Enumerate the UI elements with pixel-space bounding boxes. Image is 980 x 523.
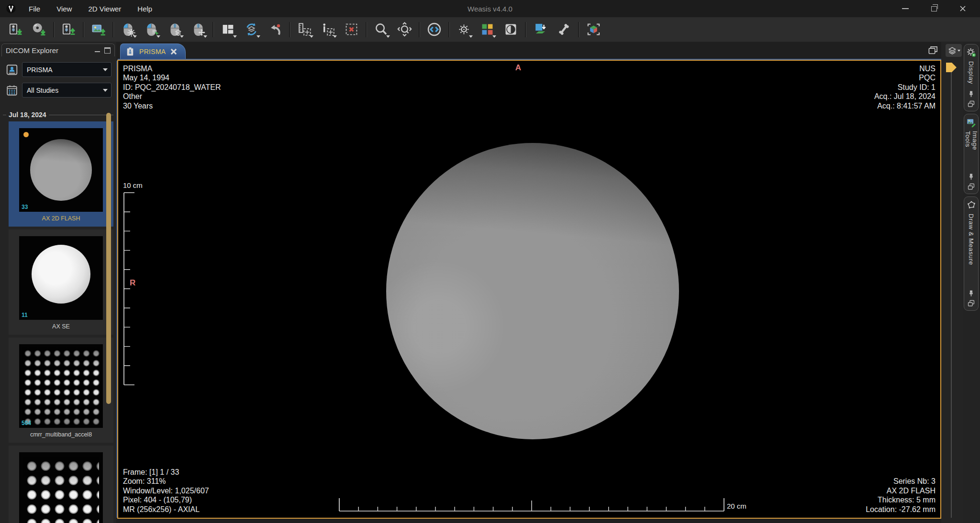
measurement-tools-button[interactable] — [294, 20, 315, 40]
tool-tab-display[interactable]: Display — [964, 44, 979, 111]
float-window-icon[interactable] — [967, 183, 975, 191]
panel-maximize-icon[interactable] — [104, 47, 111, 54]
tab-prisma[interactable]: PRISMA — [120, 44, 186, 59]
horizontal-scale-ruler — [338, 496, 725, 512]
mouse-left-window-level-button[interactable] — [117, 20, 138, 40]
mouse-left-context-menu-icon — [144, 22, 159, 37]
window-level-presets-button[interactable] — [453, 20, 474, 40]
overlay-line: Window/Level: 1,025/607 — [123, 486, 209, 495]
tab-close-icon[interactable] — [170, 48, 178, 55]
tool-tab-image-tools[interactable]: Image Tools — [964, 114, 979, 194]
orientation-marker-anterior: A — [515, 63, 521, 73]
restore-button[interactable] — [930, 5, 938, 12]
dicom-explorer-panel: DICOM Explorer PRISMA — [0, 42, 116, 523]
chevron-down-icon — [133, 35, 137, 38]
overlay-layers-button[interactable] — [946, 44, 962, 57]
right-tool-strip: DisplayImage ToolsDraw & Measure — [963, 42, 980, 523]
cd-import-button[interactable] — [28, 20, 49, 40]
toolbar-separator — [525, 22, 526, 37]
synchronize-button[interactable] — [241, 20, 262, 40]
annotation-tools-icon — [321, 22, 335, 37]
series-thumbnail[interactable]: 33AX 2D FLASH — [9, 121, 113, 227]
mouse-middle-pan-button[interactable] — [188, 20, 209, 40]
chevron-down-icon — [203, 35, 207, 38]
study-select[interactable]: All Studies — [22, 83, 111, 98]
series-image-count: 504 — [22, 420, 31, 426]
menu-2d-viewer[interactable]: 2D Viewer — [87, 4, 122, 14]
zoom-tools-button[interactable] — [370, 20, 391, 40]
chevron-down-icon — [233, 35, 237, 38]
title-bar: FileView2D ViewerHelp Weasis v4.4.0 — [0, 0, 980, 17]
panel-minimize-icon[interactable] — [95, 51, 100, 52]
vertical-scale-label: 10 cm — [123, 181, 143, 189]
mouse-middle-series-scroll-button[interactable] — [164, 20, 185, 40]
pin-icon[interactable] — [967, 173, 975, 181]
synchronize-icon — [244, 22, 259, 37]
tile-mode-button[interactable] — [926, 44, 939, 56]
series-label: cmrr_multiband_accel8 — [9, 431, 113, 438]
overlay-line: Series Nb: 3 — [866, 477, 935, 486]
draw-measure-icon — [966, 200, 977, 210]
bone-removal-button[interactable] — [553, 20, 574, 40]
horizontal-scale-label: 20 cm — [727, 502, 746, 510]
reset-button[interactable] — [264, 20, 285, 40]
crosshair-mode-icon — [427, 22, 442, 37]
frame-slider-track[interactable] — [951, 72, 952, 518]
pin-icon[interactable] — [967, 289, 975, 297]
menu-help[interactable]: Help — [136, 4, 153, 14]
weasis-window: FileView2D ViewerHelp Weasis v4.4.0 DICO… — [0, 0, 980, 523]
series-thumbnail[interactable]: 11AX SE — [9, 229, 113, 335]
gear-eye-icon — [966, 47, 977, 58]
viewer-tab-bar: PRISMA — [118, 42, 963, 59]
mouse-left-context-menu-button[interactable] — [141, 20, 162, 40]
overlay-line: Zoom: 311% — [123, 477, 209, 486]
pin-icon[interactable] — [967, 90, 975, 98]
series-image-count: 11 — [22, 312, 28, 318]
float-window-icon[interactable] — [967, 100, 975, 108]
overlay-series-info: Series Nb: 3AX 2D FLASHThickness: 5 mmLo… — [866, 477, 935, 514]
magnify-position-button[interactable] — [394, 20, 415, 40]
volume-rendering-button[interactable] — [583, 20, 604, 40]
invert-lut-icon — [503, 22, 518, 37]
float-window-icon[interactable] — [967, 299, 975, 307]
series-thumbnail[interactable]: 504cmrr_multiband_accel8 — [9, 338, 113, 443]
image-export-button[interactable] — [88, 20, 109, 40]
window-level-presets-icon — [457, 22, 471, 37]
close-button[interactable] — [959, 5, 967, 12]
chevron-down-icon — [469, 35, 473, 38]
crosshair-mode-button[interactable] — [423, 20, 445, 40]
series-preview-sphere — [30, 139, 92, 201]
overlay-study-info: NUSPQCStudy ID: 1Acq.: Jul 18, 2024Acq.:… — [874, 64, 935, 110]
mpr-view-icon — [533, 22, 548, 37]
delete-measurements-button[interactable] — [341, 20, 362, 40]
dicom-export-icon — [61, 22, 76, 37]
mpr-view-button[interactable] — [530, 20, 551, 40]
window-controls — [902, 5, 980, 12]
lut-selection-icon — [480, 22, 495, 37]
tool-tab-label: Display — [968, 61, 975, 85]
volume-rendering-icon — [586, 22, 601, 37]
annotation-tools-button[interactable] — [317, 20, 338, 40]
series-thumbnail[interactable] — [9, 446, 113, 523]
menu-view[interactable]: View — [56, 4, 73, 14]
lut-selection-button[interactable] — [477, 20, 498, 40]
toolbar-separator — [83, 22, 84, 37]
dicom-import-button[interactable] — [5, 20, 26, 40]
menu-file[interactable]: File — [28, 4, 41, 14]
viewport-canvas[interactable]: PRISMAMay 14, 1994ID: PQC_20240718_WATER… — [117, 60, 941, 519]
layout-button[interactable] — [217, 20, 238, 40]
series-label: AX 2D FLASH — [9, 215, 113, 222]
frame-slider-gutter — [941, 42, 963, 523]
series-label: AX SE — [9, 323, 113, 330]
patient-select[interactable]: PRISMA — [22, 62, 111, 77]
explorer-scrollbar[interactable] — [106, 113, 111, 404]
toolbar-separator — [212, 22, 214, 37]
layout-icon — [221, 22, 235, 37]
vertical-scale-ruler — [123, 192, 137, 386]
overlay-line: ID: PQC_20240718_WATER — [123, 83, 221, 92]
minimize-button[interactable] — [902, 5, 909, 12]
dicom-export-button[interactable] — [58, 20, 79, 40]
invert-lut-button[interactable] — [500, 20, 521, 40]
image-edit-icon — [966, 117, 977, 128]
tool-tab-draw-measure[interactable]: Draw & Measure — [964, 196, 979, 311]
